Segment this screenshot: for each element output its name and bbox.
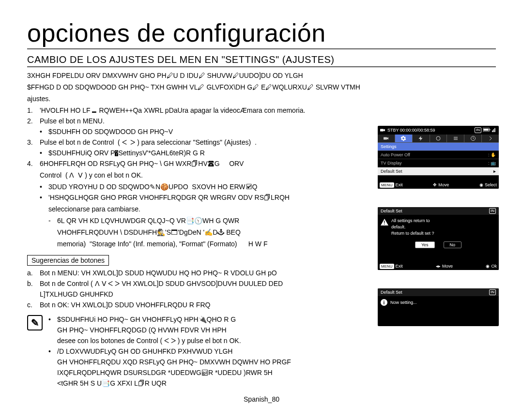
note-1b: GH PHQ~ VHOHFFLRQDGD (Q HVWH FDVR VH HPH (48, 325, 291, 335)
intro-line-1: 3XHGH FDPELDU ORV DMXVWHV GHO PH🖊U D IDU… (27, 70, 496, 81)
hand-icon: : ✋ (488, 152, 496, 157)
step-number: 1. (27, 105, 40, 116)
info-icon: i (381, 299, 387, 306)
bullet-text: 'HSHQGLHQGR GHO PRGR VHOHFFLRQDGR QR WRG… (48, 192, 496, 203)
note-list: • $SDUHFHUi HO PHQ~ GH VHOHFFLyQ HPH🔌QHO… (48, 314, 291, 389)
page-footer: Spanish_80 (27, 395, 496, 403)
tv-icon: : 📺 (488, 161, 496, 165)
bullet: • (40, 192, 48, 203)
screen1-row-auto-power-off[interactable]: Auto Power Off : ✋ (378, 151, 499, 159)
sug-letter: c. (27, 300, 40, 310)
page: opciones de configuración CAMBIO DE LOS … (0, 0, 523, 420)
arrow-icon: ▸ (493, 169, 496, 174)
in-icon: IN (489, 208, 496, 214)
suggestion-b: b. Bot n de Control ( ᐱ ᐯ ᐸ ᐳ VH XWLOL]D… (27, 278, 496, 289)
info-text: Now setting... (390, 300, 417, 305)
note-text: <tGHR 5H S U📑G XFXI L🗍R UQR (57, 378, 291, 389)
camera-screen-now-setting: Default Set IN i Now setting... (378, 288, 499, 326)
sug-letter: a. (27, 268, 40, 278)
screen1-status: STBY 00:00:00/00:58:59 (387, 128, 435, 133)
screen2-footer: MENU Exit ◂▸ Move ◉ Ok (378, 262, 499, 270)
screen1-heading: Settings (378, 143, 499, 151)
yes-button[interactable]: Yes (415, 241, 435, 248)
screen2-titlebar: Default Set IN (378, 207, 499, 215)
move-label: Move (438, 182, 449, 187)
ok-icon: ◉ (486, 264, 490, 269)
sug-letter: b. (27, 278, 40, 289)
bullet: • (40, 126, 48, 137)
tab-camera-icon[interactable] (378, 135, 395, 142)
note-text: GH PHQ~ VHOHFFLRQDGD (Q HVWH FDVR VH HPH (57, 325, 291, 335)
note-2b: GH VHOHFFLRQDU XQD RSFLyQ GH PHQ~ DMXVWH… (48, 357, 291, 367)
menu-pill: MENU (380, 264, 394, 269)
note-2c: IXQFLRQDPLHQWR DSURSLDGR *UDEDWG🗟R *UDED… (48, 367, 291, 378)
note-text: GH VHOHFFLRQDU XQD RSFLyQ GH PHQ~ DMXVWH… (57, 357, 291, 367)
select-icon: ◉ (479, 182, 483, 187)
footer-exit[interactable]: MENU Exit (380, 264, 403, 269)
section-subtitle: CAMBIO DE LOS AJUSTES DEL MEN EN "SETTIN… (27, 54, 496, 67)
tab-right-arrow-icon[interactable] (482, 135, 499, 142)
suggestions-title: Sugerencias de botones (27, 255, 109, 266)
row-label: TV Display (381, 161, 402, 165)
warn-line-2: default. (391, 224, 434, 230)
screen2-yesno: Yes No (378, 240, 499, 251)
screen1-row-tv-display[interactable]: TV Display : 📺 (378, 159, 499, 167)
screen2-warning: All settings return to default. Return t… (378, 215, 499, 240)
step-4-bullet-2: • 'HSHQGLHQGR GHO PRGR VHOHFFLRQDGR QR W… (27, 192, 496, 203)
screen3-title: Default Set (381, 290, 402, 295)
step-number: 3. (27, 137, 40, 148)
svg-rect-6 (494, 128, 495, 132)
no-button[interactable]: No (444, 241, 462, 248)
sug-text: Bot n de Control ( ᐱ ᐯ ᐸ ᐳ VH XWLOL]D SD… (40, 278, 496, 289)
battery-icon (483, 127, 491, 132)
exit-label: Exit (396, 264, 403, 269)
camera-screen-settings: STBY 00:00:00/00:58:59 IN Settings Auto … (378, 126, 499, 189)
screen3-info: i Now setting... (378, 296, 499, 309)
note-1c: desee con los botones de Control ( ᐸ ᐳ )… (48, 335, 291, 346)
tab-lightning-icon[interactable] (413, 135, 430, 142)
note-2: • /D LOXVWUDFLyQ GH OD GHUHFKD PXHVWUD Y… (48, 346, 291, 357)
svg-rect-7 (384, 137, 387, 140)
row-label: Auto Power Off (381, 152, 410, 157)
footer-exit[interactable]: MENU Exit (380, 182, 403, 188)
exit-label: Exit (396, 182, 403, 187)
warning-icon (381, 219, 388, 225)
tab-gear-icon[interactable] (395, 135, 413, 142)
footer-select[interactable]: ◉ Select (479, 182, 497, 187)
move-icon: ✥ (433, 182, 437, 187)
intro-line-3: ajustes. (27, 93, 496, 104)
note-icon: ✎ (27, 315, 43, 330)
tab-clock-icon[interactable] (464, 135, 482, 142)
svg-rect-5 (493, 129, 494, 132)
step-number: 2. (27, 116, 40, 126)
step-number: 4. (27, 158, 40, 169)
dash: - (48, 215, 57, 226)
bullet: • (40, 148, 48, 158)
page-title: opciones de configuración (27, 18, 496, 49)
footer-move[interactable]: ◂▸ Move (436, 264, 453, 269)
screen1-topbar: STBY 00:00:00/00:58:59 IN (378, 126, 499, 135)
bullet: • (48, 314, 57, 325)
footer-move[interactable]: ✥ Move (433, 182, 449, 187)
screen3-titlebar: Default Set IN (378, 288, 499, 296)
step-text: Pulse el bot n MENU. (40, 116, 496, 126)
screen2-title: Default Set (381, 209, 402, 213)
camera-icon (380, 127, 385, 133)
screen1-row-default-set[interactable]: Default Set ▸ (378, 167, 499, 176)
tab-0-icon[interactable] (430, 135, 447, 142)
screen1-footer: MENU Exit ✥ Move ◉ Select (378, 181, 499, 189)
note-text: desee con los botones de Control ( ᐸ ᐳ )… (57, 335, 291, 346)
screen1-tabs[interactable] (378, 135, 499, 143)
svg-point-8 (436, 136, 440, 140)
in-icon: IN (475, 127, 481, 133)
intro-line-2: $FFHGD D OD SDQWDOOD GH PHQ~ TXH GWHH VL… (27, 82, 496, 92)
step-2: 2. Pulse el bot n MENU. (27, 116, 496, 126)
footer-ok[interactable]: ◉ Ok (486, 264, 497, 269)
svg-rect-4 (492, 131, 493, 132)
in-icon: IN (489, 289, 496, 295)
tab-slider-icon[interactable] (447, 135, 464, 142)
note-2d: <tGHR 5H S U📑G XFXI L🗍R UQR (48, 378, 291, 389)
menu-pill: MENU (380, 182, 394, 188)
note-text: $SDUHFHUi HO PHQ~ GH VHOHFFLyQ HPH🔌QHO R… (57, 314, 291, 325)
note-1: • $SDUHFHUi HO PHQ~ GH VHOHFFLyQ HPH🔌QHO… (48, 314, 291, 325)
